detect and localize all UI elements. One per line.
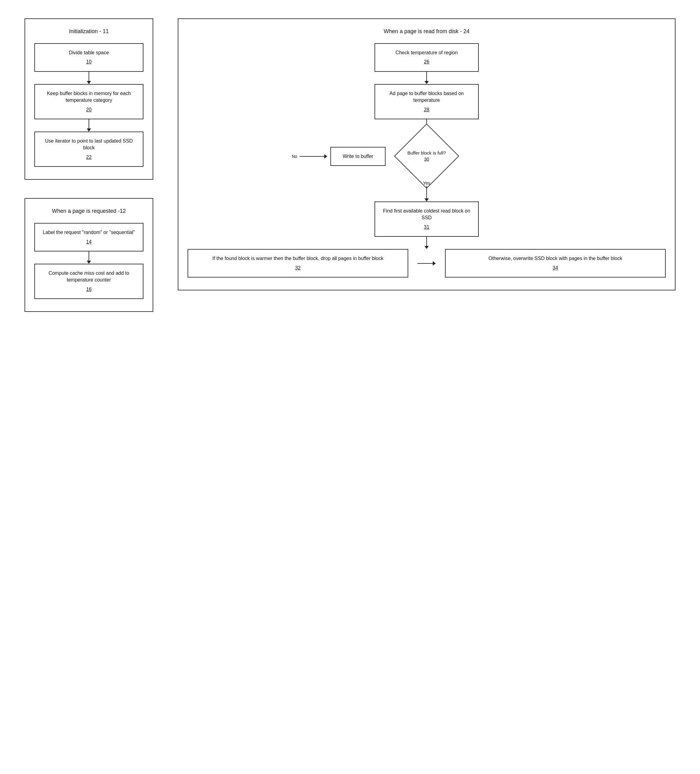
diamond-row: Buffer block is full? 30 Yes — [188, 132, 666, 278]
req-box-1: Label the request "random" or "sequentia… — [34, 223, 144, 251]
write-to-buffer-box: Write to buffer — [330, 147, 386, 166]
page-container: Initialization - 11 Divide table space 1… — [25, 18, 675, 312]
request-flow: When a page is requested -12 Label the r… — [25, 198, 153, 312]
right-box-1: Check temperature of region 26 — [375, 43, 479, 72]
right-column: When a page is read from disk - 24 Check… — [178, 18, 675, 312]
right-title: When a page is read from disk - 24 — [188, 28, 666, 35]
initialization-flow: Initialization - 11 Divide table space 1… — [25, 18, 153, 180]
arrow-3 — [34, 251, 144, 264]
diamond-col: Buffer block is full? 30 Yes — [188, 132, 666, 278]
right-arrow — [418, 260, 436, 266]
h-arrow-container — [418, 249, 436, 278]
read-from-disk-flow: When a page is read from disk - 24 Check… — [178, 18, 675, 290]
arrow-2 — [34, 119, 144, 132]
no-arrow: No — [292, 153, 327, 159]
right-box-5: Otherwise, overwrite SSD block with page… — [445, 249, 666, 278]
arrow-4 — [375, 72, 479, 84]
bottom-row: If the found block is warmer then the bu… — [188, 249, 666, 278]
no-label: No — [292, 154, 297, 159]
diamond-wrapper: Buffer block is full? 30 — [404, 132, 450, 180]
init-title: Initialization - 11 — [34, 28, 144, 35]
init-box-3: Use iterator to point to last updated SS… — [34, 132, 144, 167]
arrow-6 — [424, 237, 429, 249]
right-box-2: Ad page to buffer blocks based on temper… — [375, 84, 479, 119]
init-box-1: Divide table space 10 — [34, 43, 144, 72]
req-title: When a page is requested -12 — [34, 208, 144, 214]
left-column: Initialization - 11 Divide table space 1… — [25, 18, 153, 312]
arrow-1 — [34, 72, 144, 84]
no-branch: No Write to buffer — [292, 147, 386, 166]
yes-label: Yes — [423, 180, 430, 185]
yes-arrow: Yes — [423, 180, 430, 202]
req-box-2: Compute cache miss cost and add to tempe… — [34, 264, 144, 299]
init-box-2: Keep buffer blocks in memory for each te… — [34, 84, 144, 119]
buffer-full-diamond — [394, 124, 459, 189]
right-box-4: If the found block is warmer then the bu… — [188, 249, 408, 278]
right-box-3: Find first available coldest read block … — [375, 202, 479, 237]
